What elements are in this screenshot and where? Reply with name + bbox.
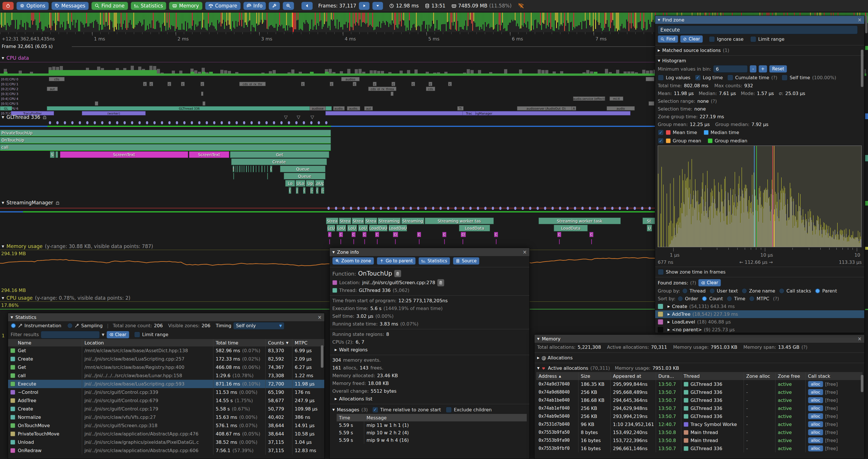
zone-bar[interactable]	[250, 166, 251, 172]
message-row[interactable]: 5.59 smip 10 w 2 h 2 (4)	[337, 429, 527, 436]
zone-bar[interactable]: C	[417, 232, 421, 237]
sample-dot[interactable]	[64, 121, 66, 124]
cpu-activity-bar[interactable]	[95, 101, 98, 106]
zone-bar[interactable]: Up	[306, 180, 314, 187]
sample-dot[interactable]	[191, 121, 193, 124]
zone-bar[interactable]: call	[0, 144, 331, 151]
zone-bar[interactable]: LoU	[336, 225, 346, 231]
zone-bar[interactable]: S	[50, 151, 55, 158]
sample-dot[interactable]	[484, 207, 487, 210]
statistics-row[interactable]: Unloadjni/../jni/src/claw/graphics/pixel…	[8, 438, 324, 446]
zone-bar[interactable]: LoadData	[459, 225, 490, 231]
zone-bar[interactable]: Ci	[393, 232, 398, 237]
allocation-row[interactable]: 0x74a9d68040256 KB295,668,489ns13:50.7GL…	[536, 388, 863, 396]
sample-dot[interactable]	[626, 207, 628, 210]
sample-dot[interactable]	[529, 207, 531, 210]
sample-dot[interactable]	[559, 207, 561, 210]
zone-bar[interactable]: (	[289, 187, 291, 194]
statistics-row[interactable]: calljni/../jni/../../../src/claw/base/Lu…	[8, 371, 324, 380]
sample-dot[interactable]	[387, 207, 390, 210]
alloc-callstack-button[interactable]: alloc	[808, 429, 823, 435]
allocation-row[interactable]: 0x7553b9fbf016 bytes296,661,146ns13:50.7…	[536, 445, 863, 452]
ignore-case-checkbox[interactable]: ✓	[709, 36, 715, 42]
close-icon[interactable]: ×	[318, 314, 322, 320]
cpu-activity-bar[interactable]: c	[353, 82, 356, 86]
sample-dot[interactable]	[342, 207, 345, 210]
sample-dot[interactable]	[507, 207, 509, 210]
zone-bar[interactable]	[462, 239, 463, 244]
zone-bar[interactable]	[258, 166, 259, 172]
cpu-activity-bar[interactable]: A	[571, 106, 576, 110]
cpu-activity-bar[interactable]: (worker)	[82, 111, 146, 116]
statistics-row[interactable]: Get/mnt/e/claw/src/claw/base/AssetDict.h…	[8, 347, 324, 355]
sample-dot[interactable]	[183, 121, 186, 124]
options-button[interactable]: Options	[17, 2, 49, 10]
statistics-row[interactable]: OnTouchMovejni/../jni/src/guif/Screen.cp…	[8, 421, 324, 430]
sample-dot[interactable]	[198, 121, 200, 124]
power-button[interactable]	[2, 2, 14, 10]
mean-time-checkbox[interactable]: ✓	[658, 129, 664, 135]
cpu-activity-bar[interactable]: c	[330, 82, 334, 86]
zone-bar[interactable]	[419, 239, 420, 244]
group-mean-checkbox[interactable]: ✓	[658, 138, 664, 144]
zone-bar[interactable]	[246, 166, 247, 172]
go-to-parent-button[interactable]: Go to parent	[377, 257, 416, 265]
zone-bar[interactable]: |-	[310, 187, 313, 194]
cpu-activity-bar[interactable]: GL	[0, 106, 12, 110]
zone-bar[interactable]	[364, 239, 365, 244]
alloc-callstack-button[interactable]: alloc	[808, 389, 823, 395]
allocation-row[interactable]: 0x7553b9fa508 bytes153,492,240ns13:50.8M…	[536, 428, 863, 436]
cpu-activity-bar[interactable]: c	[143, 82, 147, 86]
cpu-activity-bar[interactable]: c	[373, 82, 377, 86]
sample-dot[interactable]	[258, 121, 260, 124]
zone-bar[interactable]: ScreenText	[60, 151, 188, 158]
sample-dot[interactable]	[633, 207, 636, 210]
group-by-user-text-radio[interactable]	[709, 288, 715, 294]
zone-bar[interactable]: E	[232, 166, 235, 172]
zone-bar[interactable]: Lo	[285, 180, 295, 187]
play-button[interactable]	[359, 2, 370, 10]
cpu-activity-bar[interactable]: Trac	[462, 111, 476, 116]
zone-bar[interactable]: |	[296, 187, 299, 194]
copy-function-button[interactable]	[394, 270, 401, 277]
zoom-in-button[interactable]	[283, 2, 294, 10]
compare-button[interactable]: Compare	[205, 2, 241, 10]
cpu-usage-plot-header[interactable]: ▼CPU usage (y-range: 0.78%, visible data…	[2, 295, 130, 301]
show-zone-time-checkbox[interactable]: ✓	[658, 269, 664, 275]
sample-dot[interactable]	[641, 207, 643, 210]
zone-bar[interactable]: LoadDaU	[369, 225, 388, 231]
minus-button[interactable]: -	[750, 65, 756, 73]
clear-filter-button[interactable]: Clear	[106, 331, 129, 338]
memory-button[interactable]: Memory	[169, 2, 202, 10]
cpu-activity-bar[interactable]: c0s	[49, 77, 65, 81]
sample-dot[interactable]	[514, 207, 517, 210]
sample-dot[interactable]	[71, 121, 73, 124]
sample-dot[interactable]	[357, 207, 360, 210]
cpu-activity-bar[interactable]	[646, 77, 654, 81]
cpu-activity-bar[interactable]: c	[149, 82, 153, 86]
zone-bar[interactable]: LcU	[327, 225, 335, 231]
wait-regions-expander[interactable]: ▶Wait regions	[330, 346, 529, 354]
zone-bar[interactable]: C	[339, 232, 343, 237]
statistics-row[interactable]: Executejni/../jni/src/claw/base/LuaScrip…	[8, 380, 324, 388]
sample-dot[interactable]	[79, 121, 81, 124]
sample-dot[interactable]	[138, 121, 141, 124]
statistics-scrollbar[interactable]	[321, 345, 323, 368]
clear-button[interactable]: Clear	[680, 35, 703, 43]
allocation-row[interactable]: 0x74a9d37040186.35 KB295,999,844ns13:50.…	[536, 380, 863, 388]
close-icon[interactable]: ×	[858, 336, 862, 341]
zone-bar[interactable]: Strea	[365, 218, 377, 224]
sample-dot[interactable]	[649, 207, 651, 210]
exclude-children-checkbox[interactable]: ✓	[446, 407, 452, 413]
sample-dot[interactable]	[318, 121, 320, 124]
sample-dot[interactable]	[522, 207, 524, 210]
sample-dot[interactable]	[447, 207, 449, 210]
sample-dot[interactable]	[273, 121, 275, 124]
zone-bar[interactable]: LoU	[347, 225, 357, 231]
sample-dot[interactable]	[221, 121, 223, 124]
sample-dot[interactable]	[395, 207, 397, 210]
zone-bar[interactable]: C	[351, 232, 355, 237]
zone-bar[interactable]: OnTouchUp	[0, 137, 331, 143]
sample-dot[interactable]	[176, 121, 178, 124]
sampling-radio[interactable]	[67, 323, 73, 328]
